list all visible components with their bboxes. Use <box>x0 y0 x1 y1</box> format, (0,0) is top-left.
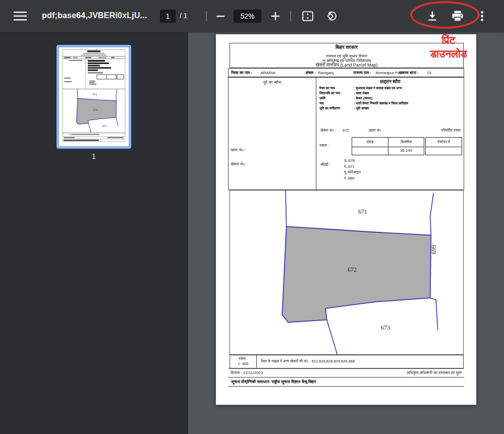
page-count-label: / 1 <box>180 12 188 20</box>
chauhaddi-south: द.:671 <box>344 164 361 170</box>
detail-row: भूमि का वर्गीकरण: भूमि चनहर <box>319 106 462 110</box>
prev-khata-label: खाता सं० : <box>231 148 246 153</box>
credit-row: सूचना प्रौद्योगिकी समाधान: राष्ट्रीय सूच… <box>228 377 464 387</box>
khata-label: खाता सं० : <box>369 128 383 133</box>
district-value: ARARIA <box>260 71 275 75</box>
chauhaddi-label: चौहद्दी : <box>320 162 330 167</box>
svg-text:673: 673 <box>102 125 107 128</box>
scale-cell: स्केल : 1 :400 <box>230 355 257 368</box>
plot-669-label: 669 <box>430 245 437 254</box>
meta-row: जिला का नाम : ARARIA अंचल : Raniganj राज… <box>228 68 464 77</box>
rotate-ccw-icon <box>326 11 338 22</box>
hectare-box: हेक्टेयर में <box>425 137 462 155</box>
thana-label: राजस्व थाना : <box>399 71 419 76</box>
previous-details: पूर्व का ब्यौरा खाता सं० : खेसरा सं० : <box>229 78 316 190</box>
previous-title: पूर्व का ब्यौरा <box>229 80 316 85</box>
chauhaddi-north: उ.:678 <box>344 158 361 164</box>
thumbnail-page-number: 1 <box>57 152 131 160</box>
chauhaddi-east: पू.:थनिआइन <box>344 169 361 175</box>
scale-value: 1 :400 <box>230 361 256 366</box>
acre-value <box>352 147 388 155</box>
district-label: जिला का नाम : <box>231 71 252 76</box>
plot-673-label: 673 <box>381 324 390 331</box>
zoom-out-button[interactable] <box>212 8 229 24</box>
document-title: pdf;base64,JVBERi0xLjU... <box>42 11 147 20</box>
gov-title: बिहार सरकार <box>230 44 463 50</box>
page-thumbnail[interactable]: 671 672 673 <box>57 45 131 149</box>
converted-area-label: परिवर्तित रकवा <box>441 128 461 133</box>
thumbnail-page-preview: 671 672 673 <box>59 47 129 146</box>
parcel-map: 671 672 673 669 <box>230 190 464 355</box>
fit-page-button[interactable] <box>300 8 316 24</box>
zoom-in-button[interactable] <box>267 8 284 24</box>
svg-text:671: 671 <box>93 93 97 96</box>
hectare-header: हेक्टेयर में <box>426 138 462 147</box>
menu-icon <box>14 12 27 21</box>
acre-header: एकड़ <box>352 138 388 147</box>
download-button[interactable] <box>424 8 440 24</box>
plot-672-polygon <box>282 226 431 322</box>
toolbar-divider <box>206 11 207 21</box>
date-label: दिनांक : 12/11/2023 <box>231 370 263 376</box>
toolbar-divider <box>290 11 291 21</box>
zoom-in-icon <box>271 12 279 20</box>
menu-button[interactable] <box>12 8 28 24</box>
current-details: अद्यतन ब्यौरा रैयत का नाम: बुधलाल मंडल प… <box>316 78 464 190</box>
date-row: दिनांक : 12/11/2023 प्राधिकृत अधिकारी का… <box>228 368 464 377</box>
anchal-value: Raniganj <box>318 71 334 75</box>
zoom-out-icon <box>216 12 225 20</box>
pdf-page: बिहार सरकार राजस्व एवं भूमि सुधार विभाग … <box>216 34 476 405</box>
other-khesra-note: रैयत के दखल में अन्य खेसरों की सं० : 612… <box>257 355 463 368</box>
download-icon <box>427 11 438 22</box>
current-title: अद्यतन ब्यौरा <box>316 79 464 85</box>
detail-row: रैयत का नाम: बुधलाल मंडल पे बालक मंडल एव… <box>319 86 462 90</box>
detail-row: पता: भाटी केवट निवासी चकदह व जिला कटिहार <box>319 101 462 105</box>
village-label: राजस्व ग्राम : <box>353 71 371 76</box>
area-table: एकड़ डिसमिल 36.140 <box>352 137 424 155</box>
thumbnail-sidebar: 671 672 673 1 <box>0 32 188 434</box>
chauhaddi-west: प.:669 <box>344 175 361 181</box>
thana-value: 15 <box>427 71 431 75</box>
anchal-label: अंचल : <box>305 71 316 76</box>
details-section: पूर्व का ब्यौरा खाता सं० : खेसरा सं० : अ… <box>228 77 464 190</box>
more-options-button[interactable] <box>475 8 489 24</box>
prev-khesra-label: खेसरा सं० : <box>231 162 247 167</box>
khesra-number: 672 <box>343 128 349 133</box>
print-icon <box>452 11 464 22</box>
rakwa-label: रकवा : <box>319 143 329 148</box>
khesra-label: खेसरा सं० : <box>320 128 336 133</box>
more-vert-icon <box>481 11 483 21</box>
page-number-input[interactable]: 1 <box>160 10 176 23</box>
thumbnail-miniature: 671 672 673 <box>59 47 129 146</box>
document-header: बिहार सरकार राजस्व एवं भूमि सुधार विभाग … <box>230 43 464 68</box>
scale-label: स्केल : <box>230 356 256 361</box>
map-title: खेसरा मानचित्र (Land Parcel Map) <box>230 63 463 68</box>
chauhaddi-list: उ.:678 द.:671 पू.:थनिआइन प.:669 <box>344 158 361 181</box>
detail-row: जाति: केवट (जलट) <box>319 96 462 100</box>
plot-672-label: 672 <box>348 266 357 273</box>
signature-label: प्राधिकृत अधिकारी का हस्ताक्षर एवं मुहर <box>407 370 462 376</box>
decimal-header: डिसमिल <box>388 138 424 147</box>
decimal-value: 36.140 <box>388 147 424 155</box>
detail-row: पिता/पति का नाम: चतर मंडल <box>319 91 462 95</box>
print-button[interactable] <box>450 8 466 24</box>
fit-page-icon <box>302 11 313 21</box>
zoom-level-display[interactable]: 52% <box>234 10 261 23</box>
plot-671-label: 671 <box>358 208 367 215</box>
svg-text:672: 672 <box>93 108 98 111</box>
rotate-button[interactable] <box>324 8 340 24</box>
scale-note-strip: स्केल : 1 :400 रैयत के दखल में अन्य खेसर… <box>230 354 464 368</box>
pdf-toolbar: pdf;base64,JVBERi0xLjU... 1 / 1 52% <box>0 0 504 32</box>
